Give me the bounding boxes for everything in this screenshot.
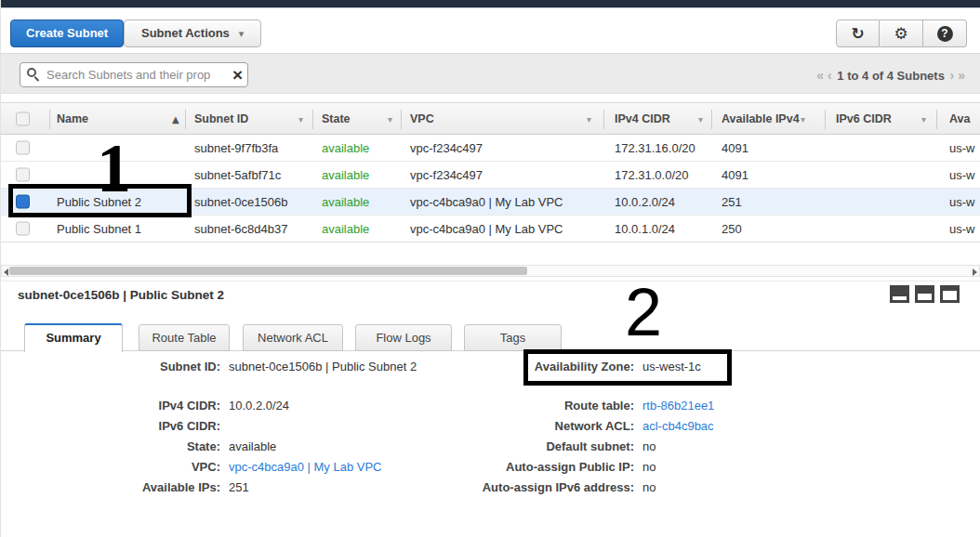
create-subnet-button[interactable]: Create Subnet: [10, 20, 124, 47]
state-label: State:: [24, 438, 229, 458]
route-table-link[interactable]: rtb-86b21ee1: [642, 397, 847, 417]
header-availability-zone[interactable]: Ava: [949, 112, 970, 125]
tab-summary[interactable]: Summary: [24, 323, 123, 352]
tab-route-table[interactable]: Route Table: [139, 324, 230, 351]
cell-available-ipv4: 4091: [722, 168, 748, 182]
header-subnet-id[interactable]: Subnet ID: [194, 112, 248, 125]
chevron-down-icon[interactable]: ▾: [921, 113, 926, 124]
table-row[interactable]: subnet-5afbf71c available vpc-f234c497 1…: [1, 162, 980, 189]
available-ips-label: Available IPs:: [24, 478, 229, 499]
help-icon: ?: [937, 26, 953, 42]
chevron-down-icon[interactable]: ▾: [298, 113, 303, 124]
ipv4-cidr-value: 10.0.2.0/24: [229, 397, 433, 417]
cell-subnet-id: subnet-0ce1506b: [194, 195, 287, 209]
header-ipv4-cidr[interactable]: IPv4 CIDR: [615, 112, 670, 125]
cell-ipv4-cidr: 10.0.1.0/24: [615, 222, 675, 236]
cell-available-ipv4: 4091: [722, 141, 748, 155]
available-ips-value: 251: [229, 478, 433, 499]
subnet-actions-button[interactable]: Subnet Actions▾: [124, 20, 261, 47]
chevron-down-icon[interactable]: ▾: [698, 113, 703, 124]
cell-availability-zone: us-w: [949, 168, 974, 182]
tab-network-acl[interactable]: Network ACL: [243, 324, 343, 351]
table-row[interactable]: Public Subnet 1 subnet-6c8d4b37 availabl…: [1, 216, 980, 242]
help-button[interactable]: ?: [923, 20, 967, 47]
tab-flow-logs[interactable]: Flow Logs: [355, 324, 452, 351]
subnet-id-label: Subnet ID:: [24, 358, 229, 397]
sort-asc-icon[interactable]: ▲: [172, 113, 179, 124]
search-box: ×: [20, 62, 248, 87]
header-name[interactable]: Name: [57, 112, 88, 125]
subnet-actions-label: Subnet Actions: [141, 26, 230, 40]
table-row[interactable]: subnet-9f7fb3fa available vpc-f234c497 1…: [1, 135, 980, 162]
search-icon: [27, 68, 41, 82]
cell-subnet-id: subnet-9f7fb3fa: [194, 141, 278, 155]
subnet-id-value: subnet-0ce1506b | Public Subnet 2: [229, 358, 433, 397]
cell-state: available: [322, 168, 369, 182]
pane-large-icon[interactable]: [940, 285, 960, 303]
cell-subnet-id: subnet-6c8d4b37: [194, 222, 287, 236]
pane-medium-icon[interactable]: [915, 285, 934, 303]
chevron-down-icon: ▾: [239, 28, 245, 40]
clear-search-icon[interactable]: ×: [232, 63, 243, 86]
filter-band: × «‹ 1 to 4 of 4 Subnets ›»: [1, 53, 980, 94]
prev-page-button[interactable]: ‹: [826, 68, 834, 83]
row-checkbox[interactable]: [16, 141, 30, 155]
row-checkbox-checked[interactable]: [16, 195, 30, 209]
cell-availability-zone: us-w: [949, 222, 974, 236]
next-page-button[interactable]: ›: [948, 68, 957, 83]
last-page-button[interactable]: »: [956, 68, 967, 83]
ipv6-cidr-label: IPv6 CIDR:: [24, 417, 229, 438]
auto-assign-ipv6-label: Auto-assign IPv6 address:: [438, 478, 642, 499]
cell-state: available: [322, 141, 369, 155]
cell-availability-zone: us-w: [949, 195, 974, 209]
toolbar-icon-group: ↻ ⚙ ?: [836, 20, 967, 47]
cell-vpc: vpc-c4bca9a0 | My Lab VPC: [410, 195, 563, 209]
state-value: available: [229, 438, 433, 458]
network-acl-link[interactable]: acl-cb4c9bac: [642, 417, 847, 438]
availability-zone-label: Availability Zone:: [438, 358, 642, 397]
header-available-ipv4[interactable]: Available IPv4: [722, 112, 800, 125]
chevron-down-icon[interactable]: ▾: [587, 113, 591, 124]
settings-button[interactable]: ⚙: [880, 20, 923, 47]
pane-small-icon[interactable]: [890, 285, 909, 303]
pagination: «‹ 1 to 4 of 4 Subnets ›»: [814, 65, 967, 85]
cell-state: available: [322, 195, 369, 209]
pane-layout-controls: [890, 285, 960, 303]
cell-ipv4-cidr: 172.31.16.0/20: [615, 141, 695, 155]
cell-ipv4-cidr: 10.0.2.0/24: [615, 195, 675, 209]
tab-tags[interactable]: Tags: [464, 324, 562, 351]
pagination-label: 1 to 4 of 4 Subnets: [837, 69, 945, 83]
default-subnet-value: no: [642, 438, 847, 458]
cell-vpc: vpc-f234c497: [410, 168, 483, 182]
header-vpc[interactable]: VPC: [410, 112, 434, 125]
chevron-down-icon[interactable]: ▾: [801, 113, 805, 124]
cell-vpc: vpc-c4bca9a0 | My Lab VPC: [410, 222, 563, 236]
vpc-link[interactable]: vpc-c4bca9a0 | My Lab VPC: [229, 458, 433, 478]
default-subnet-label: Default subnet:: [438, 438, 642, 458]
auto-assign-public-ip-label: Auto-assign Public IP:: [438, 458, 642, 478]
scroll-left-icon[interactable]: [4, 268, 8, 276]
first-page-button[interactable]: «: [814, 68, 826, 83]
cell-subnet-id: subnet-5afbf71c: [194, 168, 281, 182]
chevron-down-icon[interactable]: ▾: [388, 113, 392, 124]
scroll-right-icon[interactable]: [973, 268, 977, 276]
search-input[interactable]: [46, 63, 225, 86]
cell-name: Public Subnet 2: [57, 195, 141, 209]
cell-vpc: vpc-f234c497: [410, 141, 483, 155]
cell-ipv4-cidr: 172.31.0.0/20: [615, 168, 689, 182]
row-checkbox[interactable]: [16, 168, 30, 182]
horizontal-scrollbar[interactable]: [1, 265, 980, 277]
refresh-button[interactable]: ↻: [836, 20, 880, 47]
scrollbar-thumb[interactable]: [9, 267, 527, 275]
route-table-label: Route table:: [438, 397, 642, 417]
select-all-checkbox[interactable]: [16, 111, 30, 125]
row-checkbox[interactable]: [16, 222, 30, 236]
cell-availability-zone: us-w: [949, 141, 974, 155]
top-navbar: [1, 0, 980, 8]
vpc-label: VPC:: [24, 458, 229, 478]
summary-left-column: Subnet ID: subnet-0ce1506b | Public Subn…: [24, 358, 444, 499]
table-row-selected[interactable]: Public Subnet 2 subnet-0ce1506b availabl…: [1, 189, 980, 216]
table-header: Name ▲ Subnet ID ▾ State ▾ VPC ▾ IPv4 CI…: [1, 102, 980, 135]
header-ipv6-cidr[interactable]: IPv6 CIDR: [836, 112, 892, 125]
header-state[interactable]: State: [322, 112, 351, 125]
